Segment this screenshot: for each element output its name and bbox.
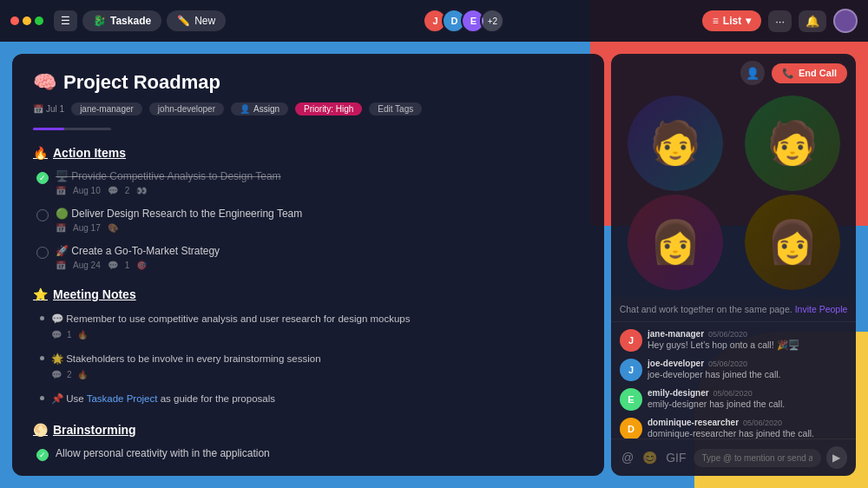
minimize-button[interactable] [23,16,31,25]
menu-button[interactable]: ☰ [54,10,77,31]
brand-icon: 🐉 [93,15,106,27]
task-item: 🖥️ Provide Competitive Analysis to Desig… [33,170,583,195]
bullet-emoji-1: 💬 [51,313,63,324]
task-checkbox-3[interactable] [36,247,49,259]
chat-message-input[interactable] [694,449,821,467]
project-title: 🧠 Project Roadmap [33,71,583,94]
meeting-notes-title: Meeting Notes [53,287,136,301]
assignee-tag-1[interactable]: jane-manager [71,102,142,115]
chat-time-1: 05/06/2020 [708,330,747,339]
progress-bar [33,128,111,130]
bullet-dot [40,356,44,360]
assignee-tag-2[interactable]: john-developer [149,102,224,115]
brainstorming-header: 🌕 Brainstorming [33,423,583,437]
list-button[interactable]: ≡ List ▾ [702,10,761,31]
task-reaction-3: 🎯 [136,260,147,270]
chat-send-button[interactable]: ▶ [826,446,847,469]
chat-invite: Chat and work together on the same page.… [611,297,856,322]
task-checkbox-2[interactable] [36,209,49,221]
video-cell-2: 🧑 [745,96,840,191]
invite-people-link[interactable]: Invite People [795,304,848,314]
topbar: ☰ 🐉 Taskade ✏️ New J D E +2 ≡ List ▾ ···… [0,0,868,42]
chat-avatar-1: J [620,329,642,352]
project-emoji: 🧠 [33,71,56,94]
task-comments-1: 2 [125,186,130,195]
bullet-dot [40,396,44,400]
bullet-text-3: 📌 Use Taskade Project as guide for the p… [51,392,275,406]
comment-icon-b2: 💬 [51,369,62,381]
bullet-text-2: 🌟 Stakeholders to be involve in every br… [51,352,321,381]
edit-tags-button[interactable]: Edit Tags [369,102,422,115]
video-grid: 🧑 🧑 👩 👩 [611,92,856,297]
calendar-icon-2: 📅 [56,223,66,233]
task-reaction-2: 🎨 [108,223,118,233]
progress-fill [33,128,64,130]
gif-button[interactable]: GIF [664,449,687,466]
chat-msg-header-2: joe-developer 05/06/2020 [648,359,847,368]
brainstorming-emoji: 🌕 [33,423,48,437]
avatar-count[interactable]: +2 [480,9,504,33]
bullet-item: 💬 Remember to use competitive analysis a… [33,312,583,341]
comment-icon-b1: 💬 [51,329,62,341]
list-label: List [723,15,741,27]
more-options-button[interactable]: ··· [768,10,792,32]
bullet-emoji-3: 📌 [51,393,63,404]
add-participant-button[interactable]: 👤 [740,61,765,85]
chat-username-1: jane-manager [648,329,704,339]
brainstorming-title: Brainstorming [53,423,136,437]
chat-avatar-3: E [620,388,642,411]
chat-msg-body-1: jane-manager 05/06/2020 Hey guys! Let's … [648,329,847,352]
notification-button[interactable]: 🔔 [799,10,826,32]
maximize-button[interactable] [35,16,43,25]
video-cell-3: 👩 [628,195,723,290]
chat-input-area: @ 😊 GIF ▶ [611,439,856,476]
hamburger-icon: ☰ [61,15,70,27]
end-call-button[interactable]: 📞 End Call [772,63,847,83]
task-checkbox-1[interactable] [36,172,49,184]
chat-time-4: 05/06/2020 [743,419,782,427]
action-items-header: 🔥 Action Items [33,146,583,160]
project-date: 📅 Jul 1 [33,104,64,114]
reaction-b1: 🔥 [77,329,88,341]
priority-tag[interactable]: Priority: High [295,102,362,115]
brainstorm-task-item: Allow personal creativity with in the ap… [33,447,583,463]
task-content-2: 🟢 Deliver Design Research to the Enginee… [56,208,583,233]
bullet-dot [40,316,44,320]
chat-panel: Chat and work together on the same page.… [611,297,856,476]
brand-button[interactable]: 🐉 Taskade [82,10,161,31]
chat-msg-body-4: dominique-researcher 05/06/2020 dominiqu… [648,418,847,439]
chat-message-1: J jane-manager 05/06/2020 Hey guys! Let'… [620,329,847,352]
taskade-project-link[interactable]: Taskade Project [87,393,158,404]
emoji-button[interactable]: 😊 [641,449,659,466]
meeting-notes-emoji: ⭐ [33,287,48,301]
chat-text-3: emily-designer has joined the call. [648,399,847,411]
call-panel: 👤 📞 End Call 🧑 🧑 👩 [611,54,856,297]
task-comments-3: 1 [125,260,130,270]
meeting-notes-header: ⭐ Meeting Notes [33,287,583,301]
brainstorm-checkbox-1[interactable] [36,449,49,461]
calendar-icon-3: 📅 [56,260,66,270]
traffic-lights [10,16,43,25]
brainstorm-title-1: Allow personal creativity with in the ap… [56,447,583,459]
add-user-icon: 👤 [746,67,760,80]
task-date-3: Aug 24 [73,260,101,270]
assign-button[interactable]: 👤 Assign [231,102,288,115]
calendar-icon: 📅 [33,104,43,114]
task-date-1: Aug 10 [73,186,101,195]
chat-message-4: D dominique-researcher 05/06/2020 domini… [620,418,847,439]
at-mention-button[interactable]: @ [620,449,635,466]
video-cell-4: 👩 [745,195,840,290]
content-inner: 🧠 Project Roadmap 📅 Jul 1 jane-manager j… [12,54,604,476]
user-avatar[interactable] [833,9,858,33]
close-button[interactable] [10,16,19,25]
assign-icon: 👤 [240,104,250,114]
bullet-emoji-2: 🌟 [51,353,63,364]
task-emoji-1: 🖥️ [56,170,69,182]
chat-messages: J jane-manager 05/06/2020 Hey guys! Let'… [611,322,856,439]
chat-username-3: emily-designer [648,388,709,398]
phone-icon: 📞 [782,68,794,79]
new-button[interactable]: ✏️ New [167,10,226,31]
call-header: 👤 📞 End Call [611,54,856,92]
bullet-item: 📌 Use Taskade Project as guide for the p… [33,392,583,406]
pencil-icon: ✏️ [177,15,190,27]
